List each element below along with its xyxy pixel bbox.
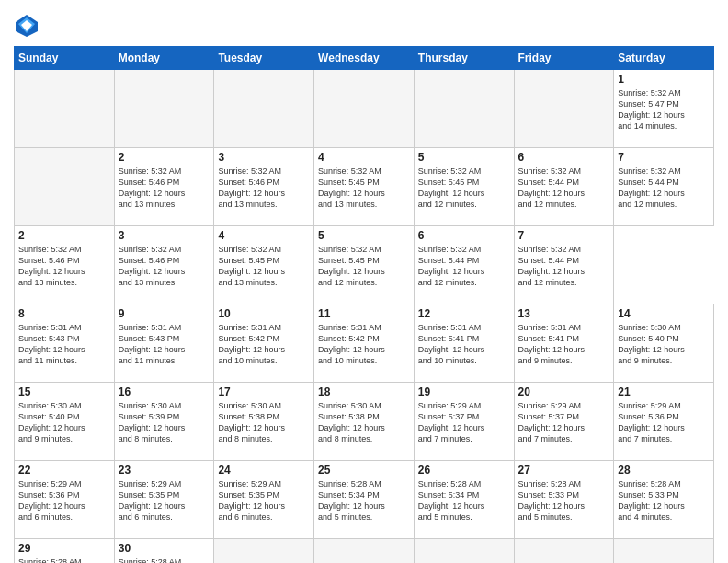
day-number: 4 xyxy=(218,229,310,242)
table-row xyxy=(314,539,415,564)
header-friday: Friday xyxy=(514,47,614,70)
day-number: 13 xyxy=(518,307,610,320)
table-row: 21Sunrise: 5:29 AMSunset: 5:36 PMDayligh… xyxy=(614,383,714,461)
cell-content: Sunrise: 5:29 AMSunset: 5:37 PMDaylight:… xyxy=(418,400,510,445)
day-number: 30 xyxy=(119,542,210,555)
calendar-table: SundayMondayTuesdayWednesdayThursdayFrid… xyxy=(14,46,714,563)
table-row: 11Sunrise: 5:31 AMSunset: 5:42 PMDayligh… xyxy=(314,304,415,383)
calendar-row: 29Sunrise: 5:28 AMSunset: 5:32 PMDayligh… xyxy=(15,539,714,564)
header-monday: Monday xyxy=(114,47,214,70)
cell-content: Sunrise: 5:32 AMSunset: 5:46 PMDaylight:… xyxy=(119,244,210,289)
day-number: 5 xyxy=(418,151,510,164)
table-row: 3Sunrise: 5:32 AMSunset: 5:46 PMDaylight… xyxy=(214,148,314,226)
table-row: 18Sunrise: 5:30 AMSunset: 5:38 PMDayligh… xyxy=(314,383,415,461)
day-number: 6 xyxy=(418,229,510,242)
logo xyxy=(14,13,41,39)
table-row: 9Sunrise: 5:31 AMSunset: 5:43 PMDaylight… xyxy=(114,304,214,383)
day-number: 8 xyxy=(18,307,110,320)
cell-content: Sunrise: 5:32 AMSunset: 5:45 PMDaylight:… xyxy=(418,166,510,211)
day-number: 9 xyxy=(119,307,210,320)
cell-content: Sunrise: 5:32 AMSunset: 5:44 PMDaylight:… xyxy=(518,244,610,289)
cell-content: Sunrise: 5:32 AMSunset: 5:44 PMDaylight:… xyxy=(418,244,510,289)
cell-content: Sunrise: 5:32 AMSunset: 5:45 PMDaylight:… xyxy=(318,166,410,211)
cell-content: Sunrise: 5:30 AMSunset: 5:38 PMDaylight:… xyxy=(318,400,410,445)
day-number: 28 xyxy=(618,464,710,477)
table-row: 2Sunrise: 5:32 AMSunset: 5:46 PMDaylight… xyxy=(114,148,214,226)
cell-content: Sunrise: 5:30 AMSunset: 5:40 PMDaylight:… xyxy=(18,400,110,445)
table-row: 26Sunrise: 5:28 AMSunset: 5:34 PMDayligh… xyxy=(414,461,514,539)
day-number: 7 xyxy=(618,151,710,164)
table-row: 30Sunrise: 5:28 AMSunset: 5:32 PMDayligh… xyxy=(114,539,214,564)
table-row: 24Sunrise: 5:29 AMSunset: 5:35 PMDayligh… xyxy=(214,461,314,539)
cell-content: Sunrise: 5:28 AMSunset: 5:34 PMDaylight:… xyxy=(318,478,410,523)
table-row: 25Sunrise: 5:28 AMSunset: 5:34 PMDayligh… xyxy=(314,461,415,539)
day-number: 17 xyxy=(218,385,310,398)
table-row: 12Sunrise: 5:31 AMSunset: 5:41 PMDayligh… xyxy=(414,304,514,383)
day-number: 27 xyxy=(518,464,610,477)
day-number: 23 xyxy=(119,464,210,477)
day-number: 26 xyxy=(418,464,510,477)
calendar-row: 1Sunrise: 5:32 AMSunset: 5:47 PMDaylight… xyxy=(15,70,714,148)
table-row xyxy=(314,70,415,148)
table-row xyxy=(15,148,115,226)
cell-content: Sunrise: 5:28 AMSunset: 5:34 PMDaylight:… xyxy=(418,478,510,523)
day-number: 1 xyxy=(618,73,710,86)
header-tuesday: Tuesday xyxy=(214,47,314,70)
table-row: 6Sunrise: 5:32 AMSunset: 5:44 PMDaylight… xyxy=(414,226,514,304)
table-row: 10Sunrise: 5:31 AMSunset: 5:42 PMDayligh… xyxy=(214,304,314,383)
day-number: 29 xyxy=(18,542,110,555)
cell-content: Sunrise: 5:28 AMSunset: 5:33 PMDaylight:… xyxy=(618,478,710,523)
day-number: 25 xyxy=(318,464,410,477)
day-number: 12 xyxy=(418,307,510,320)
table-row: 4Sunrise: 5:32 AMSunset: 5:45 PMDaylight… xyxy=(314,148,415,226)
cell-content: Sunrise: 5:29 AMSunset: 5:37 PMDaylight:… xyxy=(518,400,610,445)
table-row: 27Sunrise: 5:28 AMSunset: 5:33 PMDayligh… xyxy=(514,461,614,539)
table-row: 1Sunrise: 5:32 AMSunset: 5:47 PMDaylight… xyxy=(614,70,714,148)
cell-content: Sunrise: 5:32 AMSunset: 5:46 PMDaylight:… xyxy=(119,166,210,211)
header-saturday: Saturday xyxy=(614,47,714,70)
cell-content: Sunrise: 5:32 AMSunset: 5:44 PMDaylight:… xyxy=(618,166,710,211)
table-row: 15Sunrise: 5:30 AMSunset: 5:40 PMDayligh… xyxy=(15,383,115,461)
cell-content: Sunrise: 5:31 AMSunset: 5:43 PMDaylight:… xyxy=(18,322,110,367)
day-number: 10 xyxy=(218,307,310,320)
table-row: 22Sunrise: 5:29 AMSunset: 5:36 PMDayligh… xyxy=(15,461,115,539)
table-row: 19Sunrise: 5:29 AMSunset: 5:37 PMDayligh… xyxy=(414,383,514,461)
table-row xyxy=(214,70,314,148)
table-row: 14Sunrise: 5:30 AMSunset: 5:40 PMDayligh… xyxy=(614,304,714,383)
table-row: 17Sunrise: 5:30 AMSunset: 5:38 PMDayligh… xyxy=(214,383,314,461)
cell-content: Sunrise: 5:30 AMSunset: 5:39 PMDaylight:… xyxy=(119,400,210,445)
day-number: 20 xyxy=(518,385,610,398)
cell-content: Sunrise: 5:28 AMSunset: 5:32 PMDaylight:… xyxy=(119,557,210,563)
cell-content: Sunrise: 5:30 AMSunset: 5:40 PMDaylight:… xyxy=(618,322,710,367)
table-row: 28Sunrise: 5:28 AMSunset: 5:33 PMDayligh… xyxy=(614,461,714,539)
table-row: 5Sunrise: 5:32 AMSunset: 5:45 PMDaylight… xyxy=(314,226,415,304)
calendar-row: 15Sunrise: 5:30 AMSunset: 5:40 PMDayligh… xyxy=(15,383,714,461)
table-row: 2Sunrise: 5:32 AMSunset: 5:46 PMDaylight… xyxy=(15,226,115,304)
day-number: 5 xyxy=(318,229,410,242)
cell-content: Sunrise: 5:31 AMSunset: 5:42 PMDaylight:… xyxy=(218,322,310,367)
cell-content: Sunrise: 5:29 AMSunset: 5:36 PMDaylight:… xyxy=(18,478,110,523)
cell-content: Sunrise: 5:32 AMSunset: 5:45 PMDaylight:… xyxy=(218,244,310,289)
table-row xyxy=(15,70,115,148)
calendar-row: 22Sunrise: 5:29 AMSunset: 5:36 PMDayligh… xyxy=(15,461,714,539)
table-row: 3Sunrise: 5:32 AMSunset: 5:46 PMDaylight… xyxy=(114,226,214,304)
cell-content: Sunrise: 5:29 AMSunset: 5:36 PMDaylight:… xyxy=(618,400,710,445)
day-number: 16 xyxy=(119,385,210,398)
day-number: 3 xyxy=(119,229,210,242)
cell-content: Sunrise: 5:32 AMSunset: 5:44 PMDaylight:… xyxy=(518,166,610,211)
table-row: 4Sunrise: 5:32 AMSunset: 5:45 PMDaylight… xyxy=(214,226,314,304)
table-row xyxy=(114,70,214,148)
table-row: 29Sunrise: 5:28 AMSunset: 5:32 PMDayligh… xyxy=(15,539,115,564)
day-number: 19 xyxy=(418,385,510,398)
cell-content: Sunrise: 5:28 AMSunset: 5:32 PMDaylight:… xyxy=(18,557,110,563)
day-number: 3 xyxy=(218,151,310,164)
table-row xyxy=(514,539,614,564)
cell-content: Sunrise: 5:31 AMSunset: 5:43 PMDaylight:… xyxy=(119,322,210,367)
cell-content: Sunrise: 5:31 AMSunset: 5:41 PMDaylight:… xyxy=(418,322,510,367)
table-row: 20Sunrise: 5:29 AMSunset: 5:37 PMDayligh… xyxy=(514,383,614,461)
header xyxy=(14,9,714,39)
page: SundayMondayTuesdayWednesdayThursdayFrid… xyxy=(0,0,728,563)
cell-content: Sunrise: 5:32 AMSunset: 5:46 PMDaylight:… xyxy=(218,166,310,211)
table-row: 7Sunrise: 5:32 AMSunset: 5:44 PMDaylight… xyxy=(514,226,614,304)
cell-content: Sunrise: 5:32 AMSunset: 5:45 PMDaylight:… xyxy=(318,244,410,289)
